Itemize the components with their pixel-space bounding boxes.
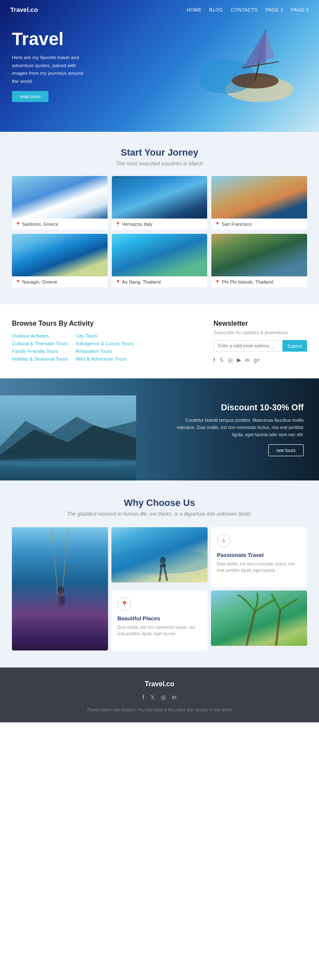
- navbar: Travel.co HOME BLOG CONTACTS PAGE 1 PAGE…: [0, 0, 319, 19]
- dest-label-vernazza: 📍 Vernazza, Italy: [112, 219, 208, 230]
- passionate-text: Duis mollis, est non commodo luctus, nis…: [217, 561, 301, 574]
- svg-point-16: [57, 586, 64, 594]
- googleplus-icon[interactable]: g+: [254, 357, 260, 363]
- dest-image-aonang: [112, 234, 208, 276]
- twitter-icon[interactable]: 𝕏: [219, 357, 224, 363]
- dest-card-4[interactable]: 📍 Ao Nang, Thailand: [112, 234, 208, 287]
- dest-image-vernazza: [112, 176, 208, 219]
- hero-section: Travel Here are my favorite travel and a…: [0, 0, 319, 132]
- social-icons: f 𝕏 ◎ ▶ in g+: [214, 357, 307, 363]
- instagram-icon[interactable]: ◎: [228, 357, 233, 363]
- see-tours-button[interactable]: see tours: [268, 444, 304, 456]
- footer-logo: Travel.co: [12, 680, 307, 688]
- why-palm-image: [211, 591, 307, 650]
- discount-heading: Discount 10-30% Off: [174, 403, 304, 412]
- destinations-grid: 📍 Santorini, Greece 📍 Vernazza, Italy 📍 …: [12, 176, 307, 287]
- dest-label-santorini: 📍 Santorini, Greece: [12, 219, 108, 230]
- svg-line-14: [62, 528, 68, 595]
- why-swing-image: [12, 527, 108, 650]
- discount-body: Curabitur blandit tempus porttitor. Maec…: [174, 417, 304, 438]
- browse-col-1: Outdoor Activites Cultural & Thematic To…: [12, 333, 68, 361]
- footer-tagline: Travel makes one modest. You see what a …: [12, 707, 307, 712]
- footer: Travel.co f 𝕏 ◎ in Travel makes one mode…: [0, 668, 319, 722]
- footer-twitter-icon[interactable]: 𝕏: [150, 694, 155, 701]
- hero-read-more-button[interactable]: read more: [12, 91, 48, 102]
- why-heading: Why Choose Us: [12, 497, 307, 508]
- linkedin-icon[interactable]: in: [245, 357, 250, 363]
- why-card-passionate: ✈ Passionate Travel Duis mollis, est non…: [211, 527, 307, 587]
- pin-icon: 📍: [15, 222, 20, 227]
- dest-image-santorini: [12, 176, 108, 219]
- dest-image-navagio: [12, 234, 108, 276]
- dest-label-navagio: 📍 Navagio, Greece: [12, 276, 108, 287]
- dest-card-2[interactable]: 📍 San Francisco: [211, 176, 307, 230]
- dest-card-5[interactable]: 📍 Phi Phi Islands, Thailand: [211, 234, 307, 287]
- nav-links: HOME BLOG CONTACTS PAGE 1 PAGE 3: [187, 7, 309, 12]
- browse-heading: Browse Tours By Activity: [12, 320, 201, 327]
- nav-logo[interactable]: Travel.co: [10, 6, 38, 13]
- nav-contacts[interactable]: CONTACTS: [231, 7, 258, 12]
- svg-rect-24: [160, 564, 166, 567]
- why-section: Why Choose Us The gladdest moment in hum…: [0, 480, 319, 668]
- footer-linkedin-icon[interactable]: in: [172, 694, 177, 701]
- svg-point-11: [0, 458, 136, 467]
- nav-page1[interactable]: PAGE 1: [265, 7, 283, 12]
- dest-label-sanfrancisco: 📍 San Francisco: [211, 219, 307, 230]
- browse-indulgence[interactable]: Indulgence & Luxury Tours: [76, 341, 134, 346]
- beautiful-title: Beautiful Places: [117, 615, 202, 622]
- hero-description: Here are my favorite travel and adventur…: [12, 54, 91, 85]
- dest-label-phiphi: 📍 Phi Phi Islands, Thailand: [211, 276, 307, 287]
- dest-image-phiphi: [211, 234, 307, 276]
- dest-card-1[interactable]: 📍 Vernazza, Italy: [112, 176, 208, 230]
- passionate-travel-icon: ✈: [217, 534, 231, 548]
- pin-icon: 📍: [115, 222, 120, 227]
- dest-image-sanfrancisco: [211, 176, 307, 219]
- nav-home[interactable]: HOME: [187, 7, 202, 12]
- dest-card-0[interactable]: 📍 Santorini, Greece: [12, 176, 108, 230]
- dest-card-3[interactable]: 📍 Navagio, Greece: [12, 234, 108, 287]
- destinations-subtitle: The most searched countries in March: [12, 161, 307, 167]
- svg-point-23: [160, 557, 166, 564]
- browse-tours-column: Browse Tours By Activity Outdoor Activit…: [12, 320, 201, 363]
- beautiful-places-icon: 📍: [117, 597, 131, 611]
- destinations-heading: Start Your Jorney: [12, 147, 307, 158]
- youtube-icon[interactable]: ▶: [237, 357, 241, 363]
- destinations-section: Start Your Jorney The most searched coun…: [0, 132, 319, 304]
- browse-cultural[interactable]: Cultural & Thematic Tours: [12, 341, 68, 346]
- browse-family[interactable]: Family Friendly Tours: [12, 349, 68, 354]
- newsletter-email-input[interactable]: [214, 340, 282, 352]
- browse-holiday[interactable]: Holiday & Seasonal Tours: [12, 356, 68, 361]
- footer-facebook-icon[interactable]: f: [142, 694, 144, 701]
- discount-banner: Discount 10-30% Off Curabitur blandit te…: [0, 378, 319, 480]
- nav-page3[interactable]: PAGE 3: [291, 7, 309, 12]
- hero-content: Travel Here are my favorite travel and a…: [12, 29, 91, 102]
- footer-instagram-icon[interactable]: ◎: [161, 694, 166, 701]
- why-grid: ✈ Passionate Travel Duis mollis, est non…: [12, 527, 307, 650]
- svg-line-13: [51, 528, 58, 595]
- pin-icon: 📍: [215, 222, 220, 227]
- browse-outdoor[interactable]: Outdoor Activites: [12, 333, 68, 338]
- pin-icon: 📍: [115, 280, 120, 284]
- nav-blog[interactable]: BLOG: [209, 7, 223, 12]
- facebook-icon[interactable]: f: [214, 357, 215, 363]
- browse-city[interactable]: City Tours: [76, 333, 134, 338]
- why-card-beautiful: 📍 Beautiful Places Duis mollis, est non …: [111, 591, 208, 650]
- hero-title: Travel: [12, 29, 91, 49]
- dest-label-aonang: 📍 Ao Nang, Thailand: [112, 276, 208, 287]
- newsletter-form: Submit: [214, 340, 307, 352]
- svg-marker-5: [242, 30, 266, 68]
- mountain-svg: [0, 395, 136, 480]
- browse-newsletter-section: Browse Tours By Activity Outdoor Activit…: [0, 304, 319, 378]
- browse-col-2: City Tours Indulgence & Luxury Tours Rel…: [76, 333, 134, 361]
- discount-content: Discount 10-30% Off Curabitur blandit te…: [174, 403, 319, 456]
- svg-point-20: [111, 548, 208, 574]
- passionate-title: Passionate Travel: [217, 552, 301, 558]
- newsletter-submit-button[interactable]: Submit: [282, 340, 307, 352]
- svg-rect-25: [212, 591, 306, 646]
- browse-columns: Outdoor Activites Cultural & Thematic To…: [12, 333, 201, 361]
- newsletter-column: Newsletter Subscribe for updates & promo…: [214, 320, 307, 363]
- pin-icon: 📍: [215, 280, 220, 284]
- browse-wild[interactable]: Wild & Adventure Tours: [76, 356, 134, 361]
- browse-relaxation[interactable]: Relaxation Tours: [76, 349, 134, 354]
- newsletter-heading: Newsletter: [214, 320, 307, 327]
